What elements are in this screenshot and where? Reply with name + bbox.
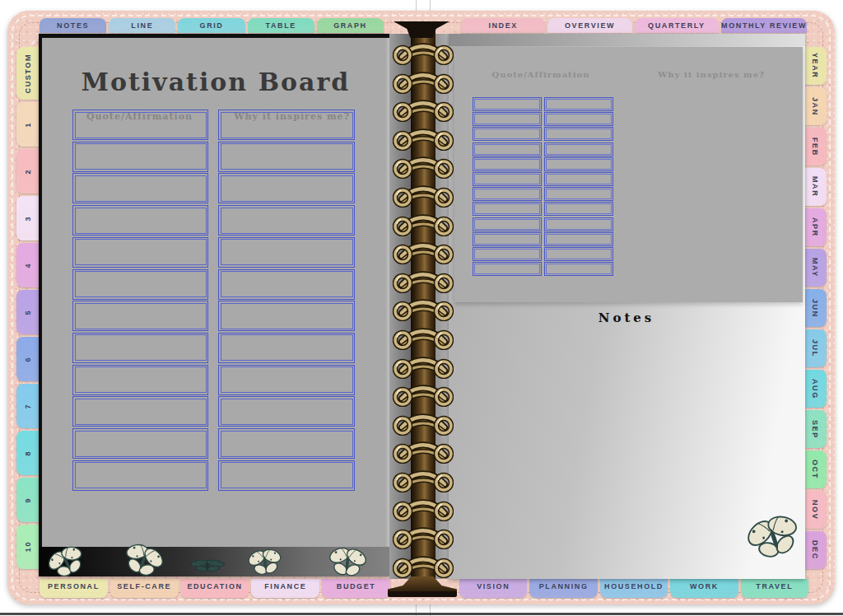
tab-mar[interactable]: MAR bbox=[803, 168, 827, 206]
quote-entry-box[interactable] bbox=[72, 269, 208, 300]
left-side-tab-bar: CUSTOM12345678910 bbox=[16, 47, 40, 569]
mini-why-box[interactable] bbox=[544, 217, 613, 231]
tab-education[interactable]: EDUCATION bbox=[181, 579, 249, 598]
quote-entry-box[interactable] bbox=[72, 205, 208, 236]
quote-entry-box[interactable] bbox=[72, 365, 208, 395]
mini-quote-box[interactable] bbox=[473, 97, 542, 111]
tab-jan[interactable]: JAN bbox=[803, 87, 827, 125]
tab-year[interactable]: YEAR bbox=[803, 47, 827, 85]
why-entry-box[interactable] bbox=[218, 333, 355, 363]
notes-title: Notes bbox=[544, 310, 709, 325]
why-entry-box[interactable] bbox=[218, 173, 355, 203]
tab-overview[interactable]: OVERVIEW bbox=[547, 18, 631, 33]
quote-entry-box[interactable] bbox=[72, 460, 208, 491]
mini-why-box[interactable] bbox=[544, 112, 613, 126]
binder-ring bbox=[393, 553, 454, 578]
mini-why-box[interactable] bbox=[544, 127, 613, 141]
quote-entry-box[interactable] bbox=[72, 173, 208, 203]
mini-quote-box[interactable] bbox=[473, 127, 542, 141]
binder-ring bbox=[393, 525, 454, 549]
tab-work[interactable]: WORK bbox=[670, 579, 738, 598]
why-entry-box[interactable] bbox=[218, 205, 355, 236]
mini-quote-box[interactable] bbox=[473, 142, 542, 156]
tab-notes[interactable]: NOTES bbox=[40, 18, 106, 33]
tab-index[interactable]: INDEX bbox=[461, 18, 545, 33]
tab-jul[interactable]: JUL bbox=[803, 329, 827, 367]
tab-table[interactable]: TABLE bbox=[248, 18, 314, 33]
mini-why-box[interactable] bbox=[544, 142, 613, 156]
quote-entry-box[interactable] bbox=[72, 142, 208, 172]
tab-travel[interactable]: TRAVEL bbox=[741, 579, 808, 598]
why-entry-box[interactable] bbox=[218, 237, 355, 268]
mini-why-box[interactable] bbox=[544, 187, 613, 201]
tab-grid[interactable]: GRID bbox=[178, 18, 245, 33]
quote-entry-box[interactable] bbox=[72, 301, 208, 331]
mini-why-box[interactable] bbox=[544, 202, 613, 216]
why-entry-box[interactable] bbox=[218, 269, 355, 300]
mini-quote-box[interactable] bbox=[473, 247, 542, 261]
mini-why-box[interactable] bbox=[544, 232, 613, 246]
why-entry-box[interactable] bbox=[218, 142, 355, 172]
tab-label: 10 bbox=[24, 541, 32, 552]
why-entry-box[interactable] bbox=[218, 365, 355, 395]
mini-why-box[interactable] bbox=[544, 157, 613, 171]
tab-nov[interactable]: NOV bbox=[803, 491, 827, 529]
tab-4[interactable]: 4 bbox=[16, 243, 40, 287]
tab-quarterly[interactable]: QUARTERLY bbox=[635, 18, 719, 33]
mini-quote-box[interactable] bbox=[473, 232, 542, 246]
mini-why-box[interactable] bbox=[544, 262, 613, 276]
tab-6[interactable]: 6 bbox=[16, 337, 40, 381]
tab-planning[interactable]: PLANNING bbox=[529, 579, 597, 598]
mini-why-box[interactable] bbox=[544, 172, 613, 186]
why-entry-box[interactable] bbox=[218, 428, 355, 459]
quote-entry-box[interactable] bbox=[72, 110, 208, 140]
why-entry-box[interactable] bbox=[218, 110, 355, 140]
quote-entry-box[interactable] bbox=[72, 333, 208, 363]
quote-entry-box[interactable] bbox=[72, 396, 208, 427]
tab-aug[interactable]: AUG bbox=[803, 370, 827, 408]
mini-why-box[interactable] bbox=[544, 97, 613, 111]
why-entry-box[interactable] bbox=[218, 396, 355, 427]
mini-quote-box[interactable] bbox=[473, 112, 542, 126]
tab-feb[interactable]: FEB bbox=[803, 128, 827, 166]
tab-apr[interactable]: APR bbox=[803, 208, 827, 246]
tab-may[interactable]: MAY bbox=[803, 249, 827, 287]
mini-quote-box[interactable] bbox=[473, 187, 542, 201]
binder-ring bbox=[393, 296, 454, 321]
tab-graph[interactable]: GRAPH bbox=[317, 18, 384, 33]
mini-why-box[interactable] bbox=[544, 247, 613, 261]
tab-8[interactable]: 8 bbox=[16, 431, 40, 475]
tab-10[interactable]: 10 bbox=[16, 525, 40, 569]
why-entry-box[interactable] bbox=[218, 301, 355, 331]
right-page-panel: Quote/Affirmation Why it inspires me? bbox=[454, 47, 803, 302]
binder-ring bbox=[393, 126, 454, 151]
tab-monthly-review[interactable]: MONTHLY REVIEW bbox=[721, 18, 807, 33]
mini-quote-box[interactable] bbox=[473, 217, 542, 231]
mini-quote-box[interactable] bbox=[473, 157, 542, 171]
quote-entry-box[interactable] bbox=[72, 237, 208, 268]
tab-vision[interactable]: VISION bbox=[459, 579, 527, 598]
tab-5[interactable]: 5 bbox=[16, 290, 40, 334]
tab-oct[interactable]: OCT bbox=[803, 450, 827, 488]
tab-3[interactable]: 3 bbox=[16, 196, 40, 240]
tab-label: GRAPH bbox=[333, 21, 367, 30]
tab-label: 3 bbox=[24, 216, 32, 222]
tab-2[interactable]: 2 bbox=[16, 149, 40, 194]
why-entry-box[interactable] bbox=[218, 460, 355, 491]
tab-jun[interactable]: JUN bbox=[803, 289, 827, 327]
quote-entry-box[interactable] bbox=[72, 428, 208, 459]
right-page[interactable]: Quote/Affirmation Why it inspires me? No… bbox=[449, 34, 805, 579]
tab-line[interactable]: LINE bbox=[109, 18, 175, 33]
tab-1[interactable]: 1 bbox=[16, 102, 40, 147]
tab-sep[interactable]: SEP bbox=[803, 410, 827, 448]
mini-quote-box[interactable] bbox=[473, 172, 542, 186]
column-header-quote-small: Quote/Affirmation bbox=[475, 70, 607, 79]
tab-household[interactable]: HOUSEHOLD bbox=[600, 579, 668, 598]
left-page-paper[interactable]: Motivation Board Quote/Affirmation Why i… bbox=[42, 38, 389, 547]
tab-7[interactable]: 7 bbox=[16, 384, 40, 428]
mini-quote-box[interactable] bbox=[473, 202, 542, 216]
binder-ring bbox=[393, 325, 454, 350]
tab-custom[interactable]: CUSTOM bbox=[16, 47, 40, 100]
tab-9[interactable]: 9 bbox=[16, 478, 40, 522]
mini-quote-box[interactable] bbox=[473, 262, 542, 276]
